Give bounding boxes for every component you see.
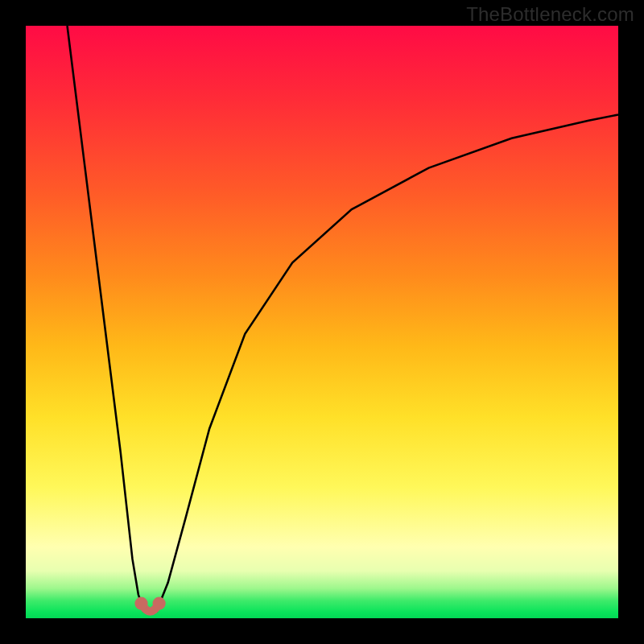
min-marker-right [153,597,166,610]
bottleneck-curve-right [156,114,618,612]
bottleneck-curve-left [68,26,145,613]
plot-area [26,26,618,618]
min-marker-left [134,597,147,610]
watermark-text: TheBottleneck.com [466,3,634,26]
curve-layer [26,26,618,618]
